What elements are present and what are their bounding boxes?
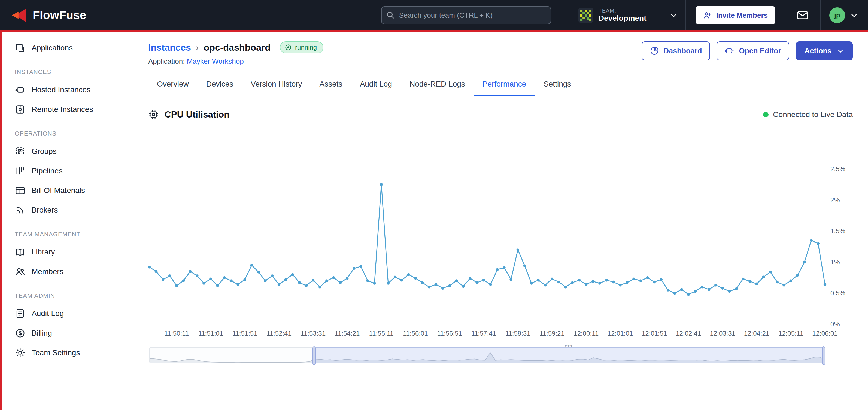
sidebar-item-label: Groups [32,147,57,156]
sidebar-item-bill-of-materials[interactable]: Bill Of Materials [2,181,133,200]
mail-icon[interactable] [796,9,809,22]
sidebar-item-label: Billing [32,329,52,338]
svg-text:2%: 2% [830,196,840,204]
tab-node-red-logs[interactable]: Node-RED Logs [401,74,474,96]
breadcrumb: Instances › opc-dashboard running [148,41,323,53]
dashboard-button[interactable]: Dashboard [642,41,710,61]
sidebar-item-brokers[interactable]: Brokers [2,200,133,220]
svg-text:11:55:11: 11:55:11 [369,330,394,337]
live-status-label: Connected to Live Data [773,110,853,119]
application-link[interactable]: Mayker Workshop [187,57,244,65]
tab-settings[interactable]: Settings [535,74,580,96]
sidebar-item-label: Bill Of Materials [32,186,85,195]
app-logo[interactable]: FlowFuse [9,0,86,31]
sidebar-item-label: Members [32,267,63,276]
application-label: Application: [148,57,185,65]
cpu-utilisation-chart[interactable]: 0%0.5%1%1.5%2%2.5%11:50:1111:51:0111:51:… [148,134,852,341]
team-label: TEAM: [598,8,647,14]
team-switcher[interactable]: TEAM: Development [571,0,685,31]
user-menu[interactable]: jp [820,0,868,31]
svg-text:11:56:01: 11:56:01 [403,330,428,337]
user-plus-icon [703,11,712,20]
svg-text:1.5%: 1.5% [830,227,845,235]
navigator-grip-icon[interactable]: ••• [564,342,573,350]
svg-text:2.5%: 2.5% [830,165,845,173]
audit-log-icon [15,308,26,319]
sidebar-section-operations: OPERATIONS [2,119,133,141]
invite-members-label: Invite Members [716,11,768,20]
sidebar-item-groups[interactable]: Groups [2,141,133,161]
status-badge-label: running [295,43,317,51]
applications-icon [15,42,26,53]
sidebar-item-audit-log[interactable]: Audit Log [2,304,133,323]
user-menu-chevron-icon [850,11,858,19]
sidebar-item-members[interactable]: Members [2,262,133,281]
svg-text:11:59:21: 11:59:21 [539,330,564,337]
team-avatar [579,8,593,23]
remote-instances-icon [15,104,26,115]
svg-text:12:06:01: 12:06:01 [812,330,837,337]
sidebar-section-team-management: TEAM MANAGEMENT [2,220,133,242]
svg-text:11:51:51: 11:51:51 [232,330,257,337]
sidebar-item-applications[interactable]: Applications [2,38,133,58]
open-editor-button[interactable]: Open Editor [716,41,789,61]
svg-text:12:01:51: 12:01:51 [642,330,667,337]
tab-bar: Overview Devices Version History Assets … [148,74,853,96]
sidebar-item-billing[interactable]: Billing [2,323,133,343]
search-input[interactable] [381,6,551,24]
top-navbar: FlowFuse TEAM: Develop [0,0,868,32]
sidebar: Applications INSTANCES Hosted Instances … [0,32,133,410]
dashboard-button-label: Dashboard [663,47,702,55]
team-search [381,6,551,24]
sidebar-item-label: Library [32,248,55,256]
svg-text:1%: 1% [830,258,840,266]
open-editor-button-label: Open Editor [739,47,781,55]
billing-icon [15,328,26,339]
svg-text:12:03:31: 12:03:31 [710,330,735,337]
svg-text:0.5%: 0.5% [830,289,845,297]
tab-version-history[interactable]: Version History [242,74,311,96]
svg-text:11:58:31: 11:58:31 [505,330,530,337]
hosted-instances-icon [15,84,26,95]
bill-of-materials-icon [15,185,26,196]
sidebar-item-library[interactable]: Library [2,242,133,262]
actions-button[interactable]: Actions [796,41,853,61]
navigator-left-handle[interactable] [312,346,316,365]
sidebar-item-remote-instances[interactable]: Remote Instances [2,100,133,119]
chevron-down-icon [670,11,678,19]
svg-text:11:56:51: 11:56:51 [437,330,462,337]
navigator-selection[interactable]: ••• [314,347,824,363]
svg-text:12:05:11: 12:05:11 [778,330,803,337]
page-title: opc-dashboard [204,42,271,53]
tab-devices[interactable]: Devices [197,74,242,96]
live-status: Connected to Live Data [763,110,853,119]
chart-navigator[interactable]: ••• [149,347,825,363]
brokers-icon [15,205,26,215]
sidebar-item-label: Audit Log [32,309,64,318]
tab-audit-log[interactable]: Audit Log [351,74,401,96]
main-content: Instances › opc-dashboard running Applic… [133,32,868,410]
cpu-utilisation-title: CPU Utilisation [164,109,229,120]
pipelines-icon [15,166,26,176]
breadcrumb-instances-link[interactable]: Instances [148,42,191,53]
svg-text:11:57:41: 11:57:41 [471,330,496,337]
invite-members-button[interactable]: Invite Members [695,6,775,25]
chevron-down-icon [837,47,844,55]
tab-performance[interactable]: Performance [474,74,535,96]
sidebar-section-team-admin: TEAM ADMIN [2,281,133,304]
avatar: jp [829,7,845,23]
cpu-icon [148,109,159,120]
sidebar-item-label: Remote Instances [32,105,93,114]
sidebar-item-pipelines[interactable]: Pipelines [2,161,133,181]
sidebar-item-hosted-instances[interactable]: Hosted Instances [2,80,133,100]
sidebar-item-team-settings[interactable]: Team Settings [2,343,133,363]
brand-name: FlowFuse [33,9,86,22]
tab-assets[interactable]: Assets [311,74,351,96]
svg-text:12:04:21: 12:04:21 [744,330,769,337]
sidebar-item-label: Hosted Instances [32,85,90,94]
svg-text:12:01:01: 12:01:01 [608,330,633,337]
status-badge: running [280,41,323,53]
navigator-right-handle[interactable] [822,346,825,365]
flowfuse-logo-icon [9,7,27,24]
tab-overview[interactable]: Overview [148,74,197,96]
